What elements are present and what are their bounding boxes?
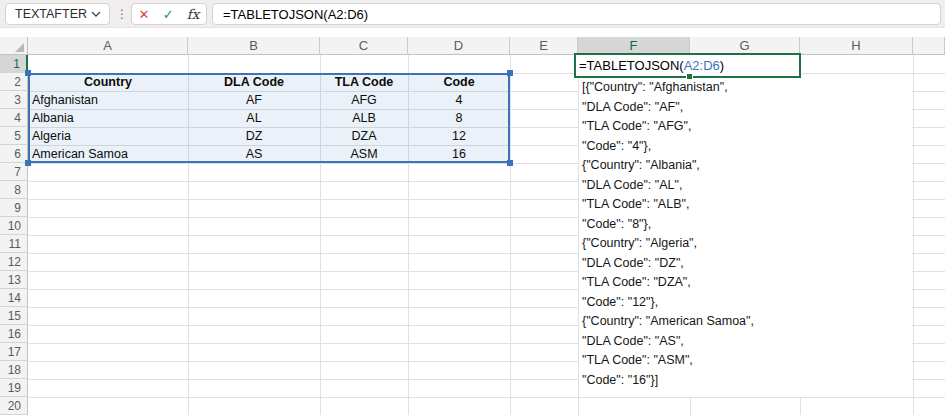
- json-line[interactable]: "DLA Code": "DZ",: [582, 255, 684, 271]
- cell-C6[interactable]: ASM: [324, 145, 404, 163]
- json-line[interactable]: "TLA Code": "ASM",: [582, 352, 693, 368]
- row-header-3[interactable]: 3: [0, 91, 28, 109]
- formula-bar-buttons: ✕ ✓ fx: [131, 3, 207, 25]
- cell-D4[interactable]: 8: [412, 109, 506, 127]
- formula-text: =TABLETOJSON(A2:D6): [213, 7, 368, 22]
- row-header-6[interactable]: 6: [0, 145, 28, 163]
- json-line[interactable]: "Code": "8"},: [582, 216, 651, 232]
- row-header-9[interactable]: 9: [0, 199, 28, 217]
- json-line[interactable]: "DLA Code": "AS",: [582, 333, 684, 349]
- row-header-4[interactable]: 4: [0, 109, 28, 127]
- enter-icon[interactable]: ✓: [163, 7, 174, 22]
- range-corner-handle[interactable]: [25, 70, 31, 76]
- row-header-16[interactable]: 16: [0, 325, 28, 343]
- column-header-A[interactable]: A: [28, 37, 188, 55]
- row-header-20[interactable]: 20: [0, 397, 28, 415]
- row-header-11[interactable]: 11: [0, 235, 28, 253]
- row-header-10[interactable]: 10: [0, 217, 28, 235]
- cell-C2[interactable]: TLA Code: [324, 73, 404, 91]
- json-line[interactable]: "Code": "4"},: [582, 138, 651, 154]
- cell-B5[interactable]: DZ: [192, 127, 316, 145]
- json-line[interactable]: "TLA Code": "AFG",: [582, 118, 691, 134]
- select-all-triangle-icon: [15, 43, 24, 52]
- json-line[interactable]: {"Country": "Albania",: [582, 157, 700, 173]
- json-line[interactable]: {"Country": "American Samoa",: [582, 313, 754, 329]
- range-corner-handle[interactable]: [25, 160, 31, 166]
- spreadsheet-grid[interactable]: ABCDEFGH 1234567891011121314151617181920…: [0, 28, 945, 415]
- name-box-value: TEXTAFTER: [6, 7, 91, 21]
- row-header-13[interactable]: 13: [0, 271, 28, 289]
- range-corner-handle[interactable]: [507, 70, 513, 76]
- cell-B6[interactable]: AS: [192, 145, 316, 163]
- row-header-19[interactable]: 19: [0, 379, 28, 397]
- cell-A3[interactable]: Afghanistan: [32, 91, 184, 109]
- cell-D5[interactable]: 12: [412, 127, 506, 145]
- column-header-C[interactable]: C: [320, 37, 408, 55]
- insert-function-icon[interactable]: fx: [187, 6, 200, 22]
- cell-A6[interactable]: American Samoa: [32, 145, 184, 163]
- json-line[interactable]: "TLA Code": "DZA",: [582, 274, 691, 290]
- editor-formula-suffix: ): [720, 58, 724, 73]
- row-header-14[interactable]: 14: [0, 289, 28, 307]
- name-box[interactable]: TEXTAFTER: [5, 3, 110, 25]
- row-header-17[interactable]: 17: [0, 343, 28, 361]
- row-header-2[interactable]: 2: [0, 73, 28, 91]
- cell-B2[interactable]: DLA Code: [192, 73, 316, 91]
- column-header-H[interactable]: H: [800, 37, 913, 55]
- cell-D2[interactable]: Code: [412, 73, 506, 91]
- row-header-7[interactable]: 7: [0, 163, 28, 181]
- cell-A5[interactable]: Algeria: [32, 127, 184, 145]
- row-header-15[interactable]: 15: [0, 307, 28, 325]
- fill-handle[interactable]: [686, 73, 693, 80]
- json-line[interactable]: "TLA Code": "ALB",: [582, 196, 689, 212]
- formula-bar-drag-handle-icon[interactable]: ⋮: [116, 4, 128, 24]
- select-all-corner[interactable]: [0, 37, 28, 55]
- column-header-E[interactable]: E: [510, 37, 578, 55]
- column-header-partial[interactable]: [913, 37, 945, 55]
- row-header-8[interactable]: 8: [0, 181, 28, 199]
- row-header-1[interactable]: 1: [0, 55, 28, 73]
- formula-input[interactable]: =TABLETOJSON(A2:D6): [212, 3, 941, 25]
- json-line[interactable]: "Code": "16"}]: [582, 372, 658, 388]
- cancel-icon[interactable]: ✕: [139, 7, 150, 22]
- formula-bar: TEXTAFTER ⋮ ✕ ✓ fx =TABLETOJSON(A2:D6): [0, 0, 945, 28]
- excel-window: TEXTAFTER ⋮ ✕ ✓ fx =TABLETOJSON(A2:D6) A…: [0, 0, 945, 415]
- json-line[interactable]: {"Country": "Algeria",: [582, 235, 697, 251]
- json-line[interactable]: [{"Country": "Afghanistan",: [582, 79, 728, 95]
- json-line[interactable]: "Code": "12"},: [582, 294, 658, 310]
- row-header-5[interactable]: 5: [0, 127, 28, 145]
- range-corner-handle[interactable]: [507, 160, 513, 166]
- cell-B4[interactable]: AL: [192, 109, 316, 127]
- editor-formula-prefix: =TABLETOJSON(: [579, 58, 684, 73]
- cell-C3[interactable]: AFG: [324, 91, 404, 109]
- gridline-h: [28, 397, 945, 398]
- chevron-down-icon[interactable]: [91, 11, 101, 17]
- column-header-D[interactable]: D: [408, 37, 510, 55]
- cell-B3[interactable]: AF: [192, 91, 316, 109]
- row-header-12[interactable]: 12: [0, 253, 28, 271]
- editor-range-reference: A2:D6: [684, 58, 720, 73]
- cell-C5[interactable]: DZA: [324, 127, 404, 145]
- cell-A4[interactable]: Albania: [32, 109, 184, 127]
- json-line[interactable]: "DLA Code": "AL",: [582, 177, 682, 193]
- json-line[interactable]: "DLA Code": "AF",: [582, 99, 683, 115]
- row-header-18[interactable]: 18: [0, 361, 28, 379]
- cell-C4[interactable]: ALB: [324, 109, 404, 127]
- cell-D3[interactable]: 4: [412, 91, 506, 109]
- column-header-B[interactable]: B: [188, 37, 320, 55]
- cell-D6[interactable]: 16: [412, 145, 506, 163]
- cell-A2[interactable]: Country: [32, 73, 184, 91]
